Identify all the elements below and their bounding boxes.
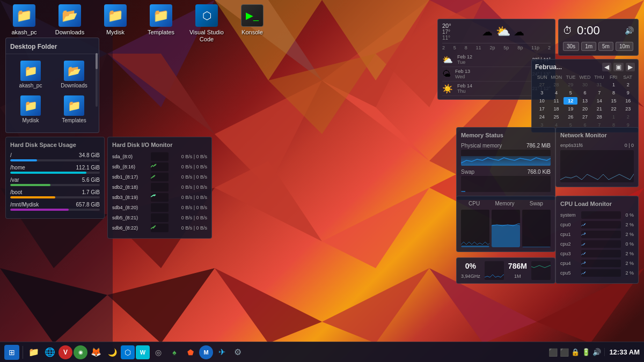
cal-day[interactable]: 1 (607, 81, 621, 88)
folder-icon-downloads[interactable]: 📂 Downloads (54, 58, 94, 91)
tray-battery-icon: 🔋 (582, 348, 590, 356)
taskbar-vivaldi[interactable]: V (58, 345, 72, 359)
cal-day[interactable]: 20 (578, 105, 592, 113)
cal-day[interactable]: 12 (564, 97, 577, 105)
taskbar-telegram[interactable]: ✈ (214, 345, 229, 360)
cal-day[interactable]: 1 (607, 113, 621, 121)
timer-5m[interactable]: 5m (598, 42, 613, 51)
cpu-row-label: cpu5 (560, 270, 579, 276)
cpu-row-graph (581, 250, 621, 257)
icon-konsole[interactable]: ▶_ Konsole (233, 4, 271, 43)
icon-mydisk[interactable]: 📁 Mydisk (97, 4, 134, 43)
cal-day[interactable]: 24 (535, 113, 549, 121)
cal-day[interactable]: 21 (592, 105, 606, 113)
disk-io-name: sdb5_(8:21) (112, 215, 149, 220)
taskbar-palemoon[interactable]: 🌙 (105, 345, 120, 360)
icon-akash-pc-label: akash_pc (11, 29, 36, 36)
icon-konsole-label: Konsole (241, 29, 263, 36)
cal-day[interactable]: 17 (535, 105, 549, 113)
icon-vscode[interactable]: ⬡ Visual Studio Code (188, 4, 225, 43)
calendar-widget: Februa... ◀ ▣ ▶ SUN MON TUE WED THU FRI … (531, 59, 639, 132)
cal-day[interactable]: 5 (564, 89, 577, 97)
cpu-load-row: cpu0 2 % (560, 221, 634, 228)
cal-day[interactable]: 2 (621, 113, 635, 121)
cal-day[interactable]: 23 (621, 105, 635, 113)
start-button[interactable]: ⊞ (4, 345, 19, 360)
folder-label-downloads: Downloads (61, 83, 87, 88)
disk-item-name: /var (10, 177, 19, 183)
timer-1m[interactable]: 1m (581, 42, 596, 51)
calendar-grid: SUN MON TUE WED THU FRI SAT 272829303112… (535, 75, 635, 129)
cal-day[interactable]: 16 (621, 97, 635, 105)
disk-io-name: sdb_(8:16) (112, 164, 149, 169)
cal-day[interactable]: 27 (535, 81, 549, 88)
taskbar-firefox[interactable]: 🦊 (89, 345, 104, 360)
disk-bar-fill (10, 172, 86, 174)
cal-day[interactable]: 3 (535, 89, 549, 97)
cpu-load-row: cpu4 2 % (560, 260, 634, 267)
folder-icon: 📁 (104, 4, 127, 27)
cal-day[interactable]: 22 (607, 105, 621, 113)
cal-day[interactable]: 6 (578, 89, 592, 97)
mini-cpu-graph (485, 261, 504, 280)
cpu-mem-swap-widget: CPU Memory Swap (456, 196, 555, 252)
cal-day[interactable]: 11 (550, 97, 564, 105)
timer-10m[interactable]: 10m (616, 42, 633, 51)
cal-day[interactable]: 9 (621, 89, 635, 97)
disk-bar-fill (10, 196, 55, 198)
cal-day[interactable]: 26 (564, 113, 577, 121)
weather-thu-date: Feb 14 (457, 83, 472, 88)
cal-day[interactable]: 8 (607, 89, 621, 97)
disk-item-header: /var 5.6 GiB (10, 177, 100, 183)
timer-30s[interactable]: 30s (563, 42, 579, 51)
cal-day[interactable]: 18 (550, 105, 564, 113)
cal-day[interactable]: 30 (578, 81, 592, 88)
taskbar-webstorm[interactable]: W (136, 345, 150, 359)
disk-bar-fill (10, 159, 37, 161)
taskbar-app1[interactable]: ◎ (151, 345, 166, 360)
taskbar-gmail[interactable]: M (199, 345, 213, 359)
cal-day[interactable]: 27 (578, 113, 592, 121)
folder-icon-akash-pc[interactable]: 📁 akash_pc (10, 58, 51, 91)
taskbar-browser1[interactable]: 🌐 (42, 345, 57, 360)
folder-icon-templates[interactable]: 📁 Templates (54, 93, 94, 125)
cal-day[interactable]: 4 (550, 89, 564, 97)
cal-day[interactable]: 28 (592, 113, 606, 121)
cal-day[interactable]: 25 (550, 113, 564, 121)
cal-day[interactable]: 28 (550, 81, 564, 88)
clock-widget: ⏱ 0:00 🔊 30s 1m 5m 10m (558, 19, 639, 56)
cal-day[interactable]: 13 (578, 97, 592, 105)
disk-io-name: sdb4_(8:20) (112, 205, 149, 210)
taskbar-dolphin[interactable]: 📁 (26, 345, 41, 360)
swap-row: Swap 768.0 KiB (461, 169, 551, 192)
cal-day[interactable]: 31 (592, 81, 606, 88)
calendar-prev[interactable]: ◀ (602, 63, 611, 71)
calendar-grid-view[interactable]: ▣ (613, 63, 624, 71)
tray-icon-1: ⬛ (548, 348, 558, 357)
taskbar-app3[interactable]: ⬟ (183, 345, 198, 360)
cpu-load-row: cpu2 0 % (560, 240, 634, 248)
taskbar-chrome[interactable]: ◉ (74, 345, 87, 359)
disk-bar-fill (10, 209, 69, 211)
disk-io-graph (151, 224, 169, 232)
cal-day[interactable]: 19 (564, 105, 577, 113)
taskbar-app2[interactable]: ♠ (167, 345, 182, 360)
cal-day[interactable]: 7 (592, 89, 606, 97)
icon-templates[interactable]: 📁 Templates (142, 4, 180, 43)
folder-icon-mydisk[interactable]: 📁 Mydisk (10, 93, 51, 125)
physical-memory-labels: Physical memory 786.2 MiB (461, 143, 551, 149)
taskbar-vscode[interactable]: ⬡ (121, 345, 135, 359)
cal-day[interactable]: 2 (621, 81, 635, 88)
calendar-next[interactable]: ▶ (626, 63, 635, 71)
cpu-row-graph (581, 221, 621, 228)
svg-marker-21 (322, 268, 429, 343)
taskbar-settings[interactable]: ⚙ (230, 345, 245, 360)
scrollbar[interactable] (96, 53, 98, 107)
weather-today-info: Feb 12 Tue (457, 54, 472, 65)
cpu-row-label: cpu2 (560, 241, 579, 247)
weather-thu-day: Thu (457, 88, 472, 94)
cal-day[interactable]: 29 (564, 81, 577, 88)
cal-day[interactable]: 15 (607, 97, 621, 105)
cal-day[interactable]: 14 (592, 97, 606, 105)
cal-day[interactable]: 10 (535, 97, 549, 105)
